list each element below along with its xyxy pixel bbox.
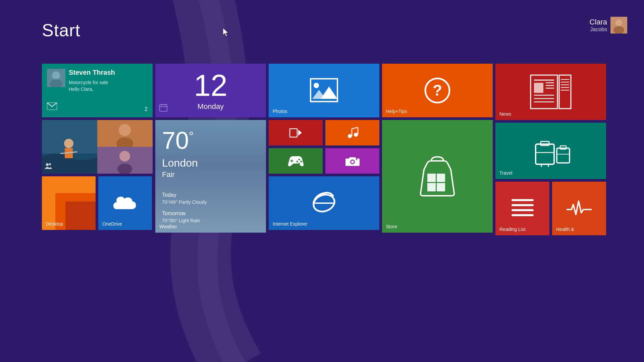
health-label: Health &	[556, 227, 574, 232]
onedrive-label: OneDrive	[102, 221, 122, 227]
desktop-tile[interactable]: Desktop	[42, 176, 96, 230]
people-right-photos	[97, 120, 153, 174]
health-tile[interactable]: Health &	[552, 182, 606, 235]
col4: ? Help+Tips Store	[382, 64, 493, 235]
camera-icon	[345, 155, 360, 167]
people-tile[interactable]	[42, 120, 153, 174]
onedrive-tile[interactable]: OneDrive	[98, 176, 152, 230]
store-tile[interactable]: Store	[382, 120, 493, 233]
ie-tile[interactable]: Internet Explorer	[269, 176, 379, 230]
music-icon	[346, 127, 359, 139]
games-icon	[288, 156, 304, 166]
desktop-label: Desktop	[46, 221, 63, 227]
reading-list-icon	[511, 197, 534, 220]
svg-point-9	[64, 139, 73, 148]
calendar-content: 12 Monday	[194, 70, 227, 111]
video-icon	[289, 127, 303, 139]
mail-sender: Steven Thrash	[69, 69, 115, 76]
svg-point-34	[354, 133, 358, 137]
svg-marker-29	[298, 130, 302, 136]
svg-point-39	[296, 161, 298, 163]
video-tile[interactable]	[269, 120, 323, 145]
svg-rect-61	[559, 75, 571, 109]
desktop-decoration-2	[65, 201, 96, 230]
weather-today-temp: 70°/49° Partly Cloudy	[162, 199, 207, 205]
weather-tile[interactable]: 70° London Fair Today 70°/49° Partly Clo…	[155, 120, 266, 233]
mail-icon	[47, 102, 57, 112]
svg-rect-28	[290, 129, 297, 137]
news-tile[interactable]: News	[495, 64, 606, 120]
travel-tile[interactable]: Travel	[495, 123, 606, 179]
weather-tomorrow-temp: 70°/50° Light Rain	[162, 218, 200, 223]
travel-icon	[531, 134, 571, 168]
col2: 12 Monday 70° London Fair Today 70°	[155, 64, 266, 235]
reading-list-tile[interactable]: Reading List	[495, 182, 549, 235]
svg-point-18	[119, 151, 130, 162]
user-avatar[interactable]	[610, 17, 627, 34]
help-icon: ?	[424, 77, 451, 104]
desktop-onedrive-row: Desktop OneDrive	[42, 176, 153, 230]
svg-rect-49	[437, 174, 445, 182]
weather-condition: Fair	[162, 170, 175, 179]
small-tiles-grid	[269, 120, 379, 174]
calendar-tile[interactable]: 12 Monday	[155, 64, 266, 117]
music-tile[interactable]	[325, 120, 379, 145]
col5: News Travel	[495, 64, 606, 235]
svg-rect-51	[437, 183, 445, 191]
svg-point-30	[348, 134, 352, 138]
weather-tomorrow-section: Tomorrow 70°/50° Light Rain	[162, 210, 200, 223]
svg-point-40	[298, 163, 300, 165]
reading-health-row: Reading List Health &	[495, 182, 606, 235]
svg-rect-50	[427, 183, 436, 191]
cloud-icon	[112, 194, 139, 213]
calendar-day: Monday	[194, 102, 227, 111]
mail-tile[interactable]: Steven Thrash Motorcycle for sale Hello …	[42, 64, 153, 117]
mail-subject: Motorcycle for sale	[69, 80, 108, 85]
news-label: News	[499, 111, 511, 117]
svg-line-32	[352, 127, 358, 129]
svg-point-12	[46, 163, 49, 166]
weather-tomorrow-label: Tomorrow	[162, 210, 200, 217]
svg-point-1	[615, 19, 622, 26]
weather-temp: 70°	[162, 127, 194, 154]
col1: Steven Thrash Motorcycle for sale Hello …	[42, 64, 153, 235]
person-photo-1	[97, 120, 153, 147]
svg-point-37	[298, 159, 300, 161]
svg-rect-54	[534, 83, 543, 93]
person-surf	[42, 120, 97, 174]
svg-point-43	[356, 159, 357, 160]
weather-label: Weather	[159, 224, 177, 229]
tiles-container: Steven Thrash Motorcycle for sale Hello …	[42, 64, 606, 235]
svg-rect-20	[160, 105, 167, 111]
games-tile[interactable]	[269, 148, 323, 174]
store-label: Store	[386, 224, 397, 229]
mail-greeting: Hello Clara,	[69, 86, 93, 92]
svg-point-4	[52, 71, 60, 79]
calendar-icon	[159, 104, 167, 113]
svg-point-15	[119, 124, 131, 136]
page-title: Start	[42, 20, 80, 40]
cursor	[222, 27, 226, 34]
calendar-date: 12	[194, 70, 227, 101]
svg-point-38	[300, 161, 302, 163]
weather-today-section: Today 70°/49° Partly Cloudy	[162, 192, 207, 205]
svg-rect-48	[427, 174, 436, 182]
camera-tile[interactable]	[325, 148, 379, 174]
user-first-name: Clara	[589, 18, 607, 26]
help-label: Help+Tips	[386, 109, 407, 114]
news-icon	[529, 73, 573, 110]
health-icon	[567, 198, 592, 220]
photos-tile[interactable]: Photos	[269, 64, 379, 117]
svg-text:?: ?	[433, 81, 442, 99]
help-tile[interactable]: ? Help+Tips	[382, 64, 493, 117]
user-last-name: Jacobs	[589, 26, 607, 33]
mail-avatar	[47, 69, 65, 87]
user-info[interactable]: Clara Jacobs	[589, 17, 627, 34]
travel-label: Travel	[499, 170, 512, 176]
col3: Photos	[269, 64, 379, 235]
photos-icon	[309, 77, 339, 104]
photos-label: Photos	[273, 109, 287, 114]
person-photo-2	[97, 147, 153, 174]
svg-point-42	[351, 161, 354, 163]
user-avatar-image	[610, 17, 627, 34]
